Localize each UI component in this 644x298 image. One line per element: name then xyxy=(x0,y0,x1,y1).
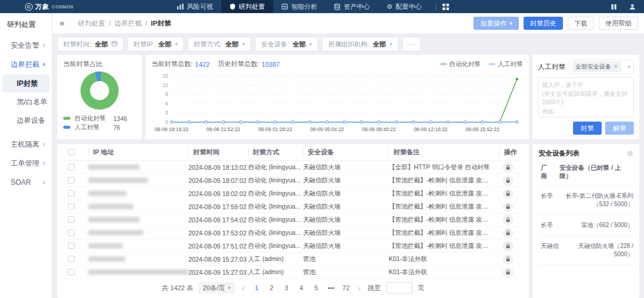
nav-item-analysis-disposal[interactable]: 研判处置 xyxy=(221,0,273,13)
security-device: 天融信防火墙 xyxy=(303,176,389,185)
legend-label: 人工封禁 xyxy=(75,123,109,132)
svg-text:6: 6 xyxy=(165,101,168,107)
row-checkbox[interactable] xyxy=(68,164,75,170)
breadcrumb-item[interactable]: 边界拦截 xyxy=(114,19,142,28)
next-page-button[interactable]: › xyxy=(356,284,362,293)
unban-lock-button[interactable] xyxy=(503,162,513,173)
chevron-up-icon: ∧ xyxy=(42,61,46,67)
chevron-down-icon: ∨ xyxy=(42,179,46,185)
breadcrumb-item[interactable]: 研判处置 xyxy=(78,19,106,28)
sidebar-item-ticket-management[interactable]: 工单管理 ∨ xyxy=(0,154,52,173)
chevron-down-icon: ∨ xyxy=(42,42,46,48)
ban-time: 2024-08-09 17:53:02 xyxy=(188,229,248,237)
unban-lock-button[interactable] xyxy=(503,188,513,199)
row-checkbox[interactable] xyxy=(68,243,75,249)
trend-legend: 自动化封禁 人工封禁 xyxy=(439,60,524,69)
page-size-select[interactable]: 20条/页 ▾ xyxy=(199,282,235,294)
jump-page-input[interactable] xyxy=(386,282,413,294)
unban-lock-button[interactable] xyxy=(503,254,513,265)
table-row: 2024-08-09 17:54:02 自动化 (liningyua... 天融… xyxy=(64,213,522,226)
docs-icon[interactable] xyxy=(611,4,617,10)
device-select[interactable]: 全部安全设备 ✕ ▾ xyxy=(569,60,634,74)
donut-legend-item[interactable]: 人工封禁 76 xyxy=(63,123,136,132)
unban-lock-button[interactable] xyxy=(503,215,513,225)
page-number[interactable]: 1 xyxy=(252,284,261,291)
filter-ban-time[interactable]: 封禁时间: 全部 xyxy=(57,37,123,51)
row-checkbox[interactable] xyxy=(68,256,75,262)
nav-item-intelligent-analysis[interactable]: 智能分析 xyxy=(273,0,326,13)
nav-item-asset-center[interactable]: 资产中心 xyxy=(326,0,378,13)
donut-title: 当前封禁占比 xyxy=(63,60,136,69)
line-marker-icon xyxy=(439,63,447,66)
left-sidebar: 研判处置 安全告警 ∨ 边界拦截 ∧ IP封禁 黑/白名单 边界设备 主机隔离 … xyxy=(0,13,52,298)
filter-label: 封禁方式: xyxy=(194,40,222,49)
sidebar-item-security-alerts[interactable]: 安全告警 ∨ xyxy=(0,36,52,55)
help-button[interactable]: 使用帮助 xyxy=(599,17,638,30)
close-icon[interactable]: ✕ xyxy=(614,64,618,70)
page-ellipsis[interactable]: ••• xyxy=(326,284,336,291)
unban-lock-button[interactable] xyxy=(503,201,513,212)
unban-lock-button[interactable] xyxy=(503,228,513,238)
sidebar-item-black-white-list[interactable]: 黑/白名单 xyxy=(2,93,49,111)
sidebar-item-border-devices[interactable]: 边界设备 xyxy=(2,111,49,129)
sidebar-item-soar[interactable]: SOAR ∨ xyxy=(0,173,52,192)
ban-remark: K01-非法外联 xyxy=(389,268,494,277)
legend-label: 人工封禁 xyxy=(498,60,523,69)
ban-history-button[interactable]: 封禁历史 xyxy=(524,17,563,30)
select-all-checkbox[interactable] xyxy=(68,149,75,156)
svg-text:08-08 18:16:22: 08-08 18:16:22 xyxy=(154,126,188,132)
filter-ban-method[interactable]: 封禁方式: 全部 ▾ xyxy=(188,37,251,51)
table-row: 2024-08-09 15:27:03 人工 (admin) 雷池 K01-非法… xyxy=(64,253,522,266)
row-checkbox[interactable] xyxy=(68,177,75,184)
legend-auto-ban[interactable]: 自动化封禁 xyxy=(439,60,481,69)
filter-organization[interactable]: 所属组织机构: 全部 ▾ xyxy=(322,37,398,51)
page-number[interactable]: 5 xyxy=(311,284,321,291)
prev-page-button[interactable]: ‹ xyxy=(240,284,246,293)
ban-time: 2024-08-09 15:27:03 xyxy=(188,269,248,276)
nav-item-risk-visibility[interactable]: 风险可视 xyxy=(169,0,221,13)
page-number[interactable]: 2 xyxy=(267,284,276,291)
unban-button[interactable]: 解禁 xyxy=(605,122,634,135)
ip-redacted xyxy=(88,164,140,170)
jump-suffix: 页 xyxy=(418,284,425,293)
current-total-value: 1422 xyxy=(195,61,209,68)
batch-operations-button[interactable]: 批量操作 ▾ xyxy=(473,17,519,30)
legend-color-auto xyxy=(63,117,70,120)
row-checkbox[interactable] xyxy=(68,190,75,197)
apps-grid-icon[interactable] xyxy=(442,4,449,10)
ban-time: 2024-08-09 17:59:02 xyxy=(188,203,248,210)
nav-item-config-center[interactable]: ⚙ 配置中心 xyxy=(378,0,430,13)
page-number[interactable]: 4 xyxy=(296,284,306,291)
unban-lock-button[interactable] xyxy=(503,175,513,186)
unban-lock-button[interactable] xyxy=(503,241,513,252)
page-size-value: 20条/页 xyxy=(203,284,225,293)
download-button[interactable]: 下载 xyxy=(568,17,594,30)
sidebar-item-ip-ban[interactable]: IP封禁 xyxy=(2,74,49,92)
filter-security-device[interactable]: 安全设备: 全部 ▾ xyxy=(255,37,318,51)
filter-label: 封禁IP: xyxy=(134,40,154,49)
row-checkbox[interactable] xyxy=(68,203,75,210)
sidebar-item-label: 安全告警 xyxy=(11,41,39,51)
unban-lock-button[interactable] xyxy=(503,267,513,278)
ban-method: 人工 (admin) xyxy=(248,268,303,277)
row-checkbox[interactable] xyxy=(68,229,75,236)
filter-ban-ip[interactable]: 封禁IP: 全部 ▾ xyxy=(128,37,184,51)
ban-trend-line-chart: 0369121508-08 18:16:2208-08 21:52:2208-0… xyxy=(151,69,523,135)
donut-legend-item[interactable]: 自动化封禁 1346 xyxy=(63,114,136,123)
gear-icon[interactable]: ⚙ xyxy=(627,150,633,158)
current-total-label: 当前封禁总数: xyxy=(151,60,193,69)
page-number[interactable]: 72 xyxy=(341,284,351,291)
ban-button[interactable]: 封禁 xyxy=(573,122,602,135)
more-filters-button[interactable]: ··· xyxy=(402,37,420,51)
legend-manual-ban[interactable]: 人工封禁 xyxy=(488,60,523,69)
user-icon[interactable] xyxy=(629,4,636,10)
sidebar-collapse-icon[interactable]: ≡ xyxy=(60,19,71,28)
ban-method: 自动化 (liningyua... xyxy=(248,216,303,224)
row-checkbox[interactable] xyxy=(68,216,75,223)
sidebar-item-host-isolation[interactable]: 主机隔离 ∨ xyxy=(0,135,52,154)
page-number[interactable]: 3 xyxy=(281,284,291,291)
sidebar-item-border-interception[interactable]: 边界拦截 ∧ xyxy=(0,55,52,74)
ip-input-textarea[interactable] xyxy=(538,77,634,117)
row-checkbox[interactable] xyxy=(68,269,75,275)
vendor-name: 长亭 xyxy=(538,192,553,209)
